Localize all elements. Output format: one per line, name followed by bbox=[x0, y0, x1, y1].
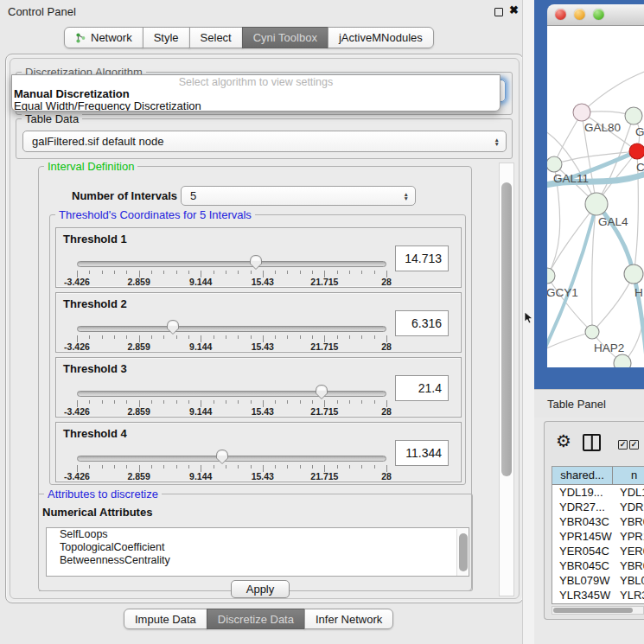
slider-tick bbox=[275, 271, 276, 274]
zoom-traffic-light[interactable] bbox=[593, 9, 604, 20]
cell-name[interactable]: YLR3 bbox=[613, 588, 644, 603]
threshold-value-field[interactable]: 6.316 bbox=[395, 310, 449, 336]
table-row[interactable]: YLR345WYLR3 bbox=[552, 588, 644, 603]
tab-jactivemnodules[interactable]: jActiveMNodules bbox=[328, 27, 434, 48]
cell-shared-name[interactable]: YPR145W bbox=[552, 529, 613, 544]
cell-shared-name[interactable]: YBR045C bbox=[552, 558, 613, 573]
node-red[interactable] bbox=[629, 143, 644, 159]
float-window-icon[interactable] bbox=[494, 8, 503, 16]
table-data-combo[interactable]: galFiltered.sif default node ▲▼ bbox=[22, 131, 507, 152]
close-traffic-light[interactable] bbox=[555, 9, 566, 20]
network-window-titlebar[interactable] bbox=[547, 4, 644, 26]
node-gal80[interactable] bbox=[573, 104, 590, 121]
cell-name[interactable]: YDR2 bbox=[613, 500, 644, 514]
cell-name[interactable]: YBR0 bbox=[613, 558, 644, 573]
number-of-intervals-combo[interactable]: 5 ▲▼ bbox=[181, 186, 416, 206]
threshold-slider-thumb[interactable] bbox=[249, 254, 263, 271]
node-gal4[interactable] bbox=[585, 193, 608, 215]
attribute-list-item[interactable]: TopologicalCoefficient bbox=[47, 541, 469, 554]
node-hap2[interactable] bbox=[585, 325, 599, 339]
minimize-traffic-light[interactable] bbox=[574, 9, 585, 20]
cell-name[interactable]: YER0 bbox=[613, 544, 644, 558]
table-row[interactable]: YPR145WYPR1 bbox=[552, 529, 644, 544]
tab-infer-network[interactable]: Infer Network bbox=[304, 609, 393, 629]
tab-label: Impute Data bbox=[135, 609, 196, 629]
close-icon[interactable]: ✖ bbox=[509, 3, 519, 16]
attribute-list-item[interactable]: BetweennessCentrality bbox=[47, 554, 469, 567]
table-row[interactable]: YBL079WYBL0 bbox=[552, 573, 644, 588]
cell-shared-name[interactable]: YDR27... bbox=[552, 500, 613, 514]
cell-name[interactable]: YBL0 bbox=[613, 573, 644, 588]
checkbox-icon[interactable]: ✓ bbox=[629, 440, 639, 450]
table-row[interactable]: YDR27...YDR2 bbox=[552, 500, 644, 514]
column-header-shared-name[interactable]: shared... bbox=[552, 467, 613, 484]
cell-name[interactable]: YPR1 bbox=[613, 529, 644, 544]
slider-tick bbox=[114, 400, 115, 404]
cell-shared-name[interactable]: YDL19... bbox=[552, 485, 613, 500]
node-bottom[interactable] bbox=[614, 354, 631, 367]
cell-shared-name[interactable]: YBR043C bbox=[552, 514, 613, 529]
tab-impute-data[interactable]: Impute Data bbox=[124, 609, 207, 629]
threshold-value-field[interactable]: 21.4 bbox=[395, 375, 449, 401]
cell-shared-name[interactable]: YER054C bbox=[552, 544, 613, 558]
network-graph: GAL80 GA C GAL11 GAL4 GCY1 H HAP2 bbox=[547, 26, 644, 367]
column-header-name[interactable]: n bbox=[613, 467, 644, 484]
cell-name[interactable]: YBR0 bbox=[613, 514, 644, 529]
gear-icon[interactable]: ⚙ bbox=[556, 432, 571, 450]
slider-tick-label: 15.43 bbox=[252, 406, 274, 417]
tab-select[interactable]: Select bbox=[189, 27, 243, 48]
tab-discretize-data[interactable]: Discretize Data bbox=[207, 609, 305, 629]
algorithm-option-manual[interactable]: Manual Discretization bbox=[14, 87, 130, 100]
table-panel-title: Table Panel bbox=[547, 398, 606, 411]
apply-button[interactable]: Apply bbox=[231, 580, 290, 598]
attributes-scrollbar-track[interactable] bbox=[456, 529, 468, 577]
tab-style[interactable]: Style bbox=[143, 27, 190, 48]
threshold-value-field[interactable]: 11.344 bbox=[395, 440, 449, 466]
slider-tick bbox=[337, 400, 338, 404]
checkbox-icon[interactable]: ✓ bbox=[618, 440, 628, 450]
threshold-slider-track[interactable] bbox=[77, 261, 386, 267]
node-gal11[interactable] bbox=[547, 156, 562, 172]
threshold-slider-track[interactable] bbox=[77, 456, 386, 462]
table-hscrollbar-thumb[interactable] bbox=[553, 608, 633, 613]
threshold-slider-track[interactable] bbox=[77, 326, 386, 332]
table-row[interactable]: YBR045CYBR0 bbox=[552, 558, 644, 573]
node-gcy1[interactable] bbox=[547, 268, 555, 284]
node-top-right[interactable] bbox=[625, 107, 642, 124]
threshold-slider-thumb[interactable] bbox=[315, 384, 328, 400]
cell-shared-name[interactable]: YLR345W bbox=[552, 588, 613, 603]
cell-shared-name[interactable]: YIL052C bbox=[552, 603, 613, 604]
threshold-slider-track[interactable] bbox=[77, 391, 386, 397]
numerical-attributes-list[interactable]: SelfLoopsTopologicalCoefficientBetweenne… bbox=[46, 527, 469, 577]
slider-tick bbox=[300, 271, 301, 274]
main-scrollbar-thumb[interactable] bbox=[501, 182, 512, 476]
mouse-cursor bbox=[524, 311, 533, 325]
main-scrollbar-track[interactable] bbox=[499, 163, 514, 596]
node-label: GAL80 bbox=[584, 121, 621, 134]
cell-shared-name[interactable]: YBL079W bbox=[552, 573, 613, 588]
table-row[interactable]: YBR043CYBR0 bbox=[552, 514, 644, 529]
threshold-slider-thumb[interactable] bbox=[215, 449, 229, 465]
node-table[interactable]: shared... n YDL19...YDL1YDR27...YDR2YBR0… bbox=[552, 466, 644, 604]
split-columns-icon[interactable] bbox=[583, 434, 601, 451]
attributes-scrollbar-thumb[interactable] bbox=[459, 533, 468, 571]
table-row[interactable]: YIL052CYIL0 bbox=[552, 603, 644, 604]
numerical-attributes-label: Numerical Attributes bbox=[42, 506, 152, 519]
cell-name[interactable]: YDL1 bbox=[613, 485, 644, 500]
tab-cyni-toolbox[interactable]: Cyni Toolbox bbox=[242, 27, 328, 48]
attribute-list-item[interactable]: SelfLoops bbox=[47, 528, 469, 541]
slider-tick bbox=[300, 465, 301, 469]
slider-tick bbox=[126, 465, 127, 469]
node-h[interactable] bbox=[624, 265, 643, 284]
threshold-value-field[interactable]: 14.713 bbox=[395, 245, 449, 271]
slider-tick bbox=[214, 465, 214, 469]
algorithm-option-equal-width[interactable]: Equal Width/Frequency Discretization bbox=[14, 99, 201, 112]
table-row[interactable]: YDL19...YDL1 bbox=[552, 485, 644, 500]
table-row[interactable]: YER054CYER0 bbox=[552, 544, 644, 558]
threshold-slider-thumb[interactable] bbox=[166, 319, 180, 335]
slider-tick bbox=[251, 271, 252, 274]
tab-network[interactable]: Network bbox=[64, 27, 143, 48]
network-canvas[interactable]: GAL80 GA C GAL11 GAL4 GCY1 H HAP2 bbox=[547, 26, 644, 367]
table-hscrollbar-track[interactable] bbox=[552, 606, 644, 615]
cell-name[interactable]: YIL0 bbox=[613, 603, 644, 604]
